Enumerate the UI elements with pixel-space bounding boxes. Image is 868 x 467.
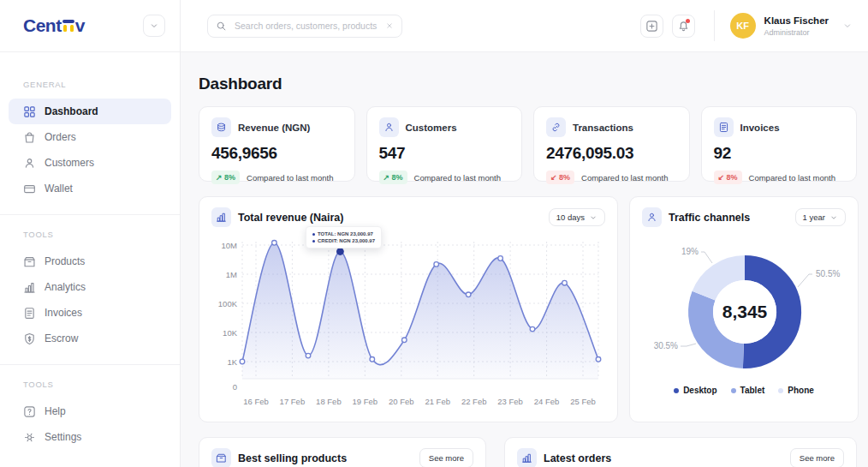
svg-text:20 Feb: 20 Feb: [389, 397, 414, 406]
chart-tooltip: TOTAL: NGN 23,000.97CREDIT: NGN 23,000.9…: [306, 226, 382, 248]
stat-value: 2476,095.03: [546, 144, 677, 163]
revenue-range-select[interactable]: 10 days: [549, 208, 605, 226]
stat-note: Compared to last month: [581, 173, 668, 183]
topbar: KF Klaus Fischer Administrator: [181, 0, 868, 52]
stat-note: Compared to last month: [414, 173, 501, 183]
sidebar-item-customers[interactable]: Customers: [9, 150, 171, 176]
see-more-button[interactable]: See more: [419, 448, 473, 467]
sidebar-item-settings[interactable]: Settings: [9, 424, 171, 450]
stat-note: Compared to last month: [749, 173, 835, 183]
tooltip-line: CREDIT: NGN 23,000.97: [312, 237, 375, 244]
stat-card-invoices: Invoices92↙ 8%Compared to last month: [701, 106, 858, 182]
donut-total: 8,345: [722, 302, 768, 321]
svg-text:18 Feb: 18 Feb: [316, 397, 342, 406]
avatar: KF: [730, 13, 756, 39]
sidebar-item-invoices[interactable]: Invoices: [9, 300, 171, 326]
stat-delta-badge: ↗ 8%: [211, 171, 240, 184]
profile-chevron-icon: [842, 21, 853, 31]
main-column: KF Klaus Fischer Administrator Dashboard…: [181, 0, 868, 467]
legend-item-phone: Phone: [778, 386, 814, 395]
person-icon: [23, 157, 36, 170]
sidebar-item-help[interactable]: Help: [9, 398, 171, 424]
stat-delta-badge: ↙ 8%: [714, 171, 742, 184]
legend-item-desktop: Desktop: [674, 386, 716, 395]
chevron-down-icon: [589, 213, 597, 222]
stat-delta-badge: ↙ 8%: [546, 171, 574, 184]
bar-chart-icon: [211, 207, 231, 227]
panel-best-selling-products: Best selling productsSee more: [199, 437, 486, 467]
sidebar-item-dashboard[interactable]: Dashboard: [9, 99, 171, 124]
revenue-chart-card: Total revenue (Naira) 10 days TOTAL: NGN…: [199, 196, 618, 422]
sidebar-item-analytics[interactable]: Analytics: [9, 274, 171, 300]
svg-text:23 Feb: 23 Feb: [497, 397, 523, 406]
sidebar-item-escrow[interactable]: Escrow: [9, 326, 171, 351]
stat-value: 92: [714, 144, 845, 163]
area-chart-region: TOTAL: NGN 23,000.97CREDIT: NGN 23,000.9…: [199, 235, 617, 422]
clear-search-icon[interactable]: [385, 21, 394, 30]
search-icon: [216, 21, 227, 32]
nav-section-label: TOOLS: [9, 230, 171, 239]
bar-chart-icon: [23, 281, 36, 294]
search-box[interactable]: [207, 15, 402, 38]
donut-chart-region: 50.5%30.5%19%8,345: [630, 235, 858, 382]
svg-text:1K: 1K: [227, 357, 237, 367]
profile-menu[interactable]: KF Klaus Fischer Administrator: [730, 13, 859, 39]
create-new-button[interactable]: [640, 15, 663, 38]
stat-label: Invoices: [740, 123, 780, 133]
page-title: Dashboard: [199, 75, 857, 93]
stats-grid: Revenue (NGN)456,9656↗ 8%Compared to las…: [199, 106, 857, 182]
search-input[interactable]: [233, 20, 379, 32]
panel-latest-orders: Latest ordersSee more: [504, 437, 857, 467]
logo-text-prefix: Cent: [23, 15, 62, 36]
legend-label: Phone: [788, 386, 814, 395]
person-icon: [379, 117, 399, 137]
svg-text:1M: 1M: [226, 270, 237, 279]
panel-title: Latest orders: [544, 452, 783, 464]
sidebar-divider: [0, 214, 180, 215]
sidebar-item-wallet[interactable]: Wallet: [9, 176, 171, 201]
dashboard-grid-icon: [23, 105, 36, 118]
stat-label: Customers: [406, 123, 457, 133]
svg-text:10M: 10M: [222, 241, 238, 250]
stat-label: Transactions: [573, 123, 633, 133]
centiiv-logo: Centv: [23, 15, 85, 36]
svg-text:21 Feb: 21 Feb: [425, 397, 450, 406]
charts-row: Total revenue (Naira) 10 days TOTAL: NGN…: [199, 196, 857, 422]
user-role: Administrator: [764, 28, 829, 37]
bar-chart-icon: [517, 448, 537, 467]
sidebar-item-label: Wallet: [45, 183, 73, 195]
package-box-icon: [211, 448, 231, 467]
link-icon: [546, 117, 566, 137]
sidebar-item-label: Dashboard: [45, 105, 98, 117]
collapse-sidebar-button[interactable]: [143, 15, 165, 37]
stat-card-transactions: Transactions2476,095.03↙ 8%Compared to l…: [533, 106, 690, 182]
sidebar-item-orders[interactable]: Orders: [9, 124, 171, 150]
traffic-range-select[interactable]: 1 year: [795, 208, 846, 226]
sidebar-nav: GENERALDashboardOrdersCustomersWalletTOO…: [0, 52, 180, 467]
see-more-button[interactable]: See more: [790, 448, 844, 467]
main-content: Dashboard Revenue (NGN)456,9656↗ 8%Compa…: [181, 52, 868, 467]
sidebar: Centv GENERALDashboardOrdersCustomersWal…: [0, 0, 181, 467]
sidebar-item-label: Analytics: [45, 281, 86, 293]
legend-label: Tablet: [740, 386, 765, 395]
legend-label: Desktop: [683, 386, 716, 395]
donut-chart-svg: 50.5%30.5%19%8,345: [630, 235, 858, 379]
stat-note: Compared to last month: [247, 173, 333, 183]
traffic-range-value: 1 year: [803, 213, 825, 222]
notifications-button[interactable]: [672, 15, 695, 38]
legend-item-tablet: Tablet: [731, 386, 765, 395]
area-chart-svg: 10M1M100K10K1K016 Feb17 Feb18 Feb19 Feb2…: [211, 235, 603, 411]
notification-dot: [686, 19, 690, 23]
user-name: Klaus Fischer: [764, 15, 829, 27]
legend-dot: [674, 388, 679, 393]
package-box-icon: [23, 255, 36, 268]
chart-title: Traffic channels: [669, 212, 788, 224]
chart-title: Total revenue (Naira): [238, 212, 542, 224]
sidebar-item-label: Invoices: [45, 307, 82, 319]
sidebar-item-products[interactable]: Products: [9, 248, 171, 274]
svg-text:24 Feb: 24 Feb: [534, 397, 560, 406]
svg-text:17 Feb: 17 Feb: [280, 397, 306, 406]
plus-square-icon: [645, 20, 658, 33]
logo-text-suffix: v: [75, 15, 85, 36]
topbar-divider: [714, 10, 715, 41]
